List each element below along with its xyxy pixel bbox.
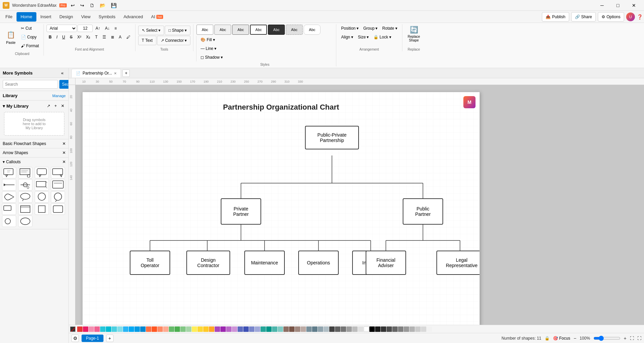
line-btn[interactable]: — Line ▾	[198, 45, 224, 53]
color-orange3[interactable]	[163, 326, 168, 332]
share-btn[interactable]: 🔗 Share	[571, 12, 596, 22]
add-library-btn[interactable]: +	[53, 103, 59, 109]
style-swatch-6[interactable]: Abc	[286, 25, 303, 35]
text-size-btn[interactable]: T	[93, 33, 99, 41]
zoom-out-btn[interactable]: −	[574, 336, 576, 341]
style-swatch-5[interactable]: Abc	[268, 25, 285, 35]
menu-view[interactable]: View	[77, 12, 95, 22]
basic-flowchart-header[interactable]: Basic Flowchart Shapes ✕	[0, 140, 68, 147]
color-bluegrey4[interactable]	[324, 326, 329, 332]
new-btn[interactable]: 🗋	[88, 3, 96, 8]
underline-btn[interactable]: U	[60, 33, 67, 41]
callout-shape-3[interactable]	[35, 167, 49, 178]
color-brown[interactable]	[283, 326, 289, 332]
color-orange[interactable]	[146, 326, 151, 332]
size-btn[interactable]: Size ▾	[356, 33, 371, 41]
canvas-viewport[interactable]: Partnership Organizational Chart Public-…	[75, 85, 644, 325]
callout-shape-5[interactable]	[2, 179, 16, 191]
menu-file[interactable]: File	[1, 12, 17, 22]
org-node-public-partner[interactable]: PublicPartner	[403, 198, 443, 225]
color-grey3[interactable]	[346, 326, 352, 332]
color-indigo3[interactable]	[249, 326, 254, 332]
canvas-paper[interactable]: Partnership Organizational Chart Public-…	[82, 92, 480, 325]
callout-shape-8[interactable]	[51, 179, 65, 191]
options-btn[interactable]: ⚙ Options	[598, 12, 624, 22]
no-fill-btn[interactable]	[70, 326, 75, 332]
color-purple2[interactable]	[220, 326, 226, 332]
callout-shape-9[interactable]	[2, 191, 16, 203]
color-deep-orange[interactable]	[152, 326, 157, 332]
color-light1[interactable]	[404, 326, 409, 332]
lock-btn[interactable]: 🔒 Lock ▾	[371, 33, 393, 41]
fullscreen-btn[interactable]: ⛶	[637, 336, 641, 341]
color-lightest[interactable]	[427, 326, 432, 332]
callout-shape-18[interactable]	[18, 216, 32, 227]
callout-shape-4[interactable]	[51, 167, 65, 178]
org-node-operations[interactable]: Operations	[298, 251, 339, 275]
search-input[interactable]	[3, 80, 58, 89]
color-cyan2[interactable]	[112, 326, 117, 332]
callout-shape-7[interactable]	[35, 179, 49, 191]
color-brown3[interactable]	[295, 326, 300, 332]
open-btn[interactable]: 📂	[98, 3, 107, 8]
color-purple3[interactable]	[226, 326, 232, 332]
bullet-btn[interactable]: ☰	[100, 33, 108, 41]
color-amber[interactable]	[203, 326, 209, 332]
color-dark3[interactable]	[392, 326, 398, 332]
maximize-btn[interactable]: □	[610, 0, 625, 11]
close-arrow-shapes-btn[interactable]: ✕	[62, 150, 66, 155]
color-pink-light[interactable]	[89, 326, 94, 332]
style-swatch-3[interactable]: Abc	[232, 25, 249, 35]
redo-btn[interactable]: ↪	[79, 3, 86, 8]
undo-btn[interactable]: ↩	[69, 3, 76, 8]
align-btn[interactable]: ≡	[113, 24, 119, 32]
color-bluegrey2[interactable]	[312, 326, 317, 332]
color-green4[interactable]	[186, 326, 191, 332]
zoom-slider[interactable]	[593, 336, 620, 341]
color-bluegrey[interactable]	[306, 326, 312, 332]
select-btn[interactable]: ↖ Select ▾	[138, 26, 164, 35]
close-basic-flowchart-btn[interactable]: ✕	[62, 141, 66, 146]
cut-btn[interactable]: ✂ Cut	[19, 24, 41, 32]
color-grey4[interactable]	[352, 326, 358, 332]
connector-btn[interactable]: ↗ Connector ▾	[157, 36, 190, 45]
org-node-financial-adviser[interactable]: FinancialAdviser	[366, 251, 406, 275]
color-dark1[interactable]	[381, 326, 386, 332]
color-indigo[interactable]	[238, 326, 243, 332]
callout-shape-13[interactable]	[2, 203, 16, 215]
page-tab-1[interactable]: Page-1	[82, 335, 103, 342]
callout-shape-11[interactable]	[35, 191, 49, 203]
menu-symbols[interactable]: Symbols	[95, 12, 120, 22]
export-library-btn[interactable]: ↗	[45, 103, 52, 109]
color-grey5[interactable]	[358, 326, 363, 332]
color-indigo2[interactable]	[243, 326, 249, 332]
color-teal5[interactable]	[278, 326, 283, 332]
color-cyan[interactable]	[100, 326, 105, 332]
font-family-select[interactable]: Arial	[47, 25, 77, 32]
align-ribbon-btn[interactable]: Align ▾	[339, 33, 355, 41]
bold-btn[interactable]: B	[47, 33, 54, 41]
close-callouts-btn[interactable]: ✕	[62, 160, 66, 164]
tab-close-btn[interactable]: ✕	[114, 72, 117, 75]
menu-ai[interactable]: AI hot	[147, 12, 167, 22]
save-btn[interactable]: 💾	[110, 3, 118, 8]
callout-shape-6[interactable]	[18, 179, 32, 191]
color-green2[interactable]	[175, 326, 180, 332]
color-light3[interactable]	[415, 326, 421, 332]
color-purple4[interactable]	[232, 326, 237, 332]
color-pink[interactable]	[83, 326, 88, 332]
menu-home[interactable]: Home	[17, 12, 36, 22]
color-cyan-light[interactable]	[117, 326, 123, 332]
color-teal[interactable]	[106, 326, 111, 332]
color-white[interactable]	[364, 326, 369, 332]
manage-btn[interactable]: Manage	[52, 94, 66, 98]
color-teal3[interactable]	[266, 326, 272, 332]
strikethrough-btn[interactable]: S	[68, 33, 74, 41]
help-btn[interactable]: ❓	[637, 14, 643, 20]
org-node-root[interactable]: Public-PrivatePartnership	[305, 126, 359, 149]
color-teal2[interactable]	[260, 326, 266, 332]
callout-shape-16[interactable]	[51, 203, 65, 215]
callout-shape-10[interactable]	[18, 191, 32, 203]
callout-shape-15[interactable]	[35, 203, 49, 215]
position-btn[interactable]: Position ▾	[339, 24, 361, 32]
